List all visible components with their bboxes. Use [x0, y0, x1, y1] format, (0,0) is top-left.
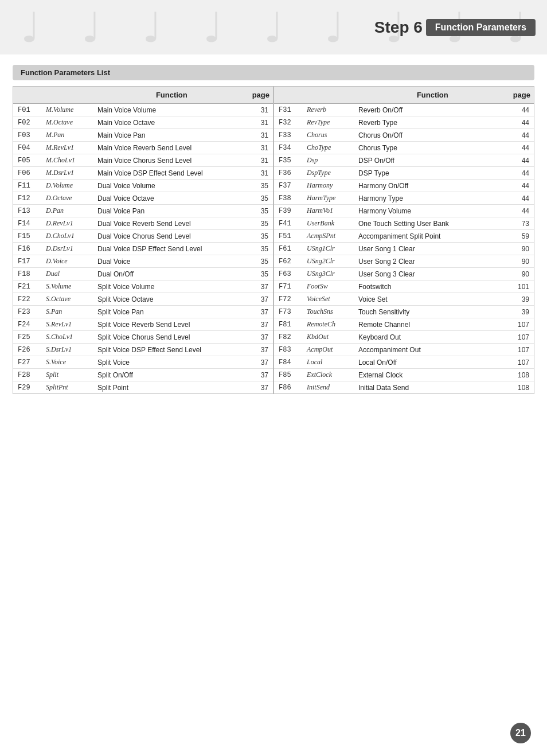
left-row-desc: Split Voice Volume — [95, 280, 249, 293]
right-table-row: F38 HarmType Harmony Type 44 — [274, 192, 534, 205]
left-row-page: 35 — [249, 243, 273, 255]
left-row-desc: Main Voice Chorus Send Level — [95, 154, 249, 167]
left-row-display: S.Pan — [43, 306, 95, 318]
left-col-page-header: page — [249, 87, 273, 104]
right-col-page-header: page — [510, 87, 534, 104]
left-table-row: F27 S.Voice Split Voice 37 — [13, 356, 273, 369]
right-row-desc: Footswitch — [355, 280, 510, 293]
right-table-row: F32 RevType Reverb Type 44 — [274, 116, 534, 129]
function-params-badge: Function Parameters — [426, 19, 536, 36]
left-row-desc: Dual Voice Pan — [95, 205, 249, 217]
right-row-display: InitSend — [304, 381, 355, 394]
right-table-row: F84 Local Local On/Off 107 — [274, 356, 534, 369]
page-header: ♩ ♩ ♩ ♩ ♩ ♩ ♩ ♩ ♩ Step 6 Function Parame… — [0, 0, 547, 54]
right-row-desc: Chorus On/Off — [355, 129, 510, 142]
left-table: Function page F01 M.Volume Main Voice Vo… — [13, 87, 274, 393]
left-row-desc: Main Voice Volume — [95, 104, 249, 116]
right-row-desc: DSP On/Off — [355, 154, 510, 167]
right-table-row: F82 KbdOut Keyboard Out 107 — [274, 331, 534, 344]
right-row-page: 39 — [510, 293, 534, 306]
right-row-code: F33 — [274, 129, 304, 142]
left-row-code: F23 — [13, 306, 43, 318]
left-row-code: F29 — [13, 381, 43, 394]
left-row-desc: Split Voice Octave — [95, 293, 249, 306]
right-row-display: KbdOut — [304, 331, 355, 344]
left-col-display-header — [43, 87, 95, 104]
left-row-display: S.Octave — [43, 293, 95, 306]
right-row-desc: Keyboard Out — [355, 331, 510, 344]
right-row-page: 107 — [510, 356, 534, 369]
left-row-desc: Main Voice Reverb Send Level — [95, 142, 249, 154]
right-row-code: F38 — [274, 192, 304, 205]
left-row-desc: Dual On/Off — [95, 268, 249, 280]
right-row-code: F84 — [274, 356, 304, 369]
left-row-display: M.Volume — [43, 104, 95, 116]
right-row-code: F35 — [274, 154, 304, 167]
left-table-row: F23 S.Pan Split Voice Pan 37 — [13, 306, 273, 318]
left-row-page: 31 — [249, 104, 273, 116]
right-row-page: 59 — [510, 230, 534, 243]
left-table-row: F03 M.Pan Main Voice Pan 31 — [13, 129, 273, 142]
right-table: Function page F31 Reverb Reverb On/Off 4… — [274, 87, 534, 393]
right-row-code: F73 — [274, 306, 304, 318]
left-row-desc: Main Voice Octave — [95, 116, 249, 129]
left-row-code: F13 — [13, 205, 43, 217]
right-row-code: F31 — [274, 104, 304, 116]
left-row-display: D.Pan — [43, 205, 95, 217]
left-row-display: D.RevLv1 — [43, 217, 95, 230]
left-row-display: S.RevLv1 — [43, 318, 95, 331]
right-row-page: 107 — [510, 318, 534, 331]
left-row-code: F12 — [13, 192, 43, 205]
right-table-row: F51 AcmpSPnt Accompaniment Split Point 5… — [274, 230, 534, 243]
left-table-row: F25 S.ChoLv1 Split Voice Chorus Send Lev… — [13, 331, 273, 344]
left-row-display: M.Octave — [43, 116, 95, 129]
left-row-code: F22 — [13, 293, 43, 306]
right-table-row: F73 TouchSns Touch Sensitivity 39 — [274, 306, 534, 318]
left-row-page: 35 — [249, 192, 273, 205]
right-row-desc: Accompaniment Out — [355, 344, 510, 356]
right-row-code: F32 — [274, 116, 304, 129]
left-row-page: 37 — [249, 318, 273, 331]
left-row-page: 37 — [249, 293, 273, 306]
section-title-bar: Function Parameters List — [13, 65, 534, 80]
right-row-code: F81 — [274, 318, 304, 331]
left-row-code: F25 — [13, 331, 43, 344]
right-row-display: HarmVo1 — [304, 205, 355, 217]
right-col-code-header — [274, 87, 304, 104]
left-row-page: 37 — [249, 280, 273, 293]
right-row-page: 108 — [510, 369, 534, 381]
right-table-row: F86 InitSend Initial Data Send 108 — [274, 381, 534, 394]
right-table-row: F62 USng2Clr User Song 2 Clear 90 — [274, 255, 534, 268]
left-row-desc: Split Voice Pan — [95, 306, 249, 318]
left-row-page: 31 — [249, 116, 273, 129]
left-table-row: F15 D.ChoLv1 Dual Voice Chorus Send Leve… — [13, 230, 273, 243]
music-note-5: ♩ — [264, 3, 283, 52]
right-row-page: 90 — [510, 268, 534, 280]
right-table-row: F37 Harmony Harmony On/Off 44 — [274, 180, 534, 192]
right-row-desc: Touch Sensitivity — [355, 306, 510, 318]
left-row-display: S.Voice — [43, 356, 95, 369]
music-note-6: ♩ — [325, 3, 344, 52]
right-row-display: TouchSns — [304, 306, 355, 318]
left-row-code: F02 — [13, 116, 43, 129]
right-row-page: 44 — [510, 154, 534, 167]
left-table-row: F14 D.RevLv1 Dual Voice Reverb Send Leve… — [13, 217, 273, 230]
left-row-code: F28 — [13, 369, 43, 381]
right-row-code: F62 — [274, 255, 304, 268]
tables-container: Function page F01 M.Volume Main Voice Vo… — [13, 86, 534, 394]
right-row-code: F86 — [274, 381, 304, 394]
left-col-code-header — [13, 87, 43, 104]
left-row-display: Split — [43, 369, 95, 381]
left-row-page: 37 — [249, 331, 273, 344]
right-table-row: F63 USng3Clr User Song 3 Clear 90 — [274, 268, 534, 280]
left-row-display: M.Pan — [43, 129, 95, 142]
left-table-row: F06 M.DsrLv1 Main Voice DSP Effect Send … — [13, 167, 273, 180]
right-row-display: USng3Clr — [304, 268, 355, 280]
right-table-row: F83 AcmpOut Accompaniment Out 107 — [274, 344, 534, 356]
right-row-page: 44 — [510, 205, 534, 217]
right-row-code: F41 — [274, 217, 304, 230]
left-table-row: F28 Split Split On/Off 37 — [13, 369, 273, 381]
left-row-display: D.Voice — [43, 255, 95, 268]
left-row-desc: Split Voice Chorus Send Level — [95, 331, 249, 344]
right-col-display-header — [304, 87, 355, 104]
